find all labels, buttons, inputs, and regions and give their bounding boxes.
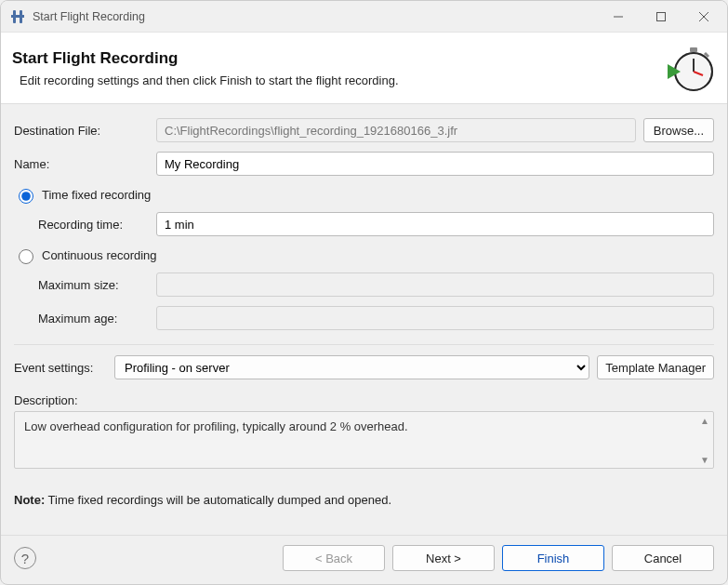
minimize-button[interactable] [597, 2, 640, 32]
svg-rect-4 [657, 12, 666, 20]
stopwatch-icon [664, 42, 716, 94]
max-age-label: Maximum age: [14, 312, 149, 326]
description-label: Description: [14, 393, 714, 407]
maximize-button[interactable] [640, 2, 682, 32]
cancel-button[interactable]: Cancel [612, 545, 714, 571]
name-label: Name: [14, 157, 149, 171]
time-fixed-radio[interactable] [19, 189, 33, 204]
scroll-down-icon[interactable]: ▼ [698, 453, 711, 466]
back-button[interactable]: < Back [283, 545, 385, 571]
continuous-radio[interactable] [19, 249, 33, 264]
recording-time-input[interactable] [156, 212, 714, 236]
continuous-label: Continuous recording [42, 248, 157, 262]
event-settings-select[interactable]: Profiling - on server [114, 355, 589, 379]
app-icon [10, 9, 25, 24]
description-area-wrap: ▲ ▼ [14, 411, 714, 469]
help-button[interactable]: ? [14, 547, 36, 569]
max-age-field [156, 306, 714, 330]
max-size-label: Maximum size: [14, 278, 149, 292]
event-settings-label: Event settings: [14, 361, 107, 375]
next-button[interactable]: Next > [392, 545, 495, 571]
recording-time-label: Recording time: [14, 218, 149, 232]
page-title: Start Flight Recording [12, 49, 655, 68]
destination-file-field[interactable]: C:\FlightRecordings\flight_recording_192… [156, 118, 636, 142]
browse-button[interactable]: Browse... [643, 118, 714, 142]
note-row: Note: Time fixed recordings will be auto… [14, 493, 714, 507]
note-prefix: Note: [14, 493, 45, 507]
close-button[interactable] [682, 2, 725, 32]
description-textarea[interactable] [15, 412, 696, 468]
titlebar: Start Flight Recording [1, 1, 727, 33]
scroll-up-icon[interactable]: ▲ [698, 414, 711, 427]
note-text: Time fixed recordings will be automatica… [45, 493, 391, 507]
form-area: Destination File: C:\FlightRecordings\fl… [1, 104, 727, 535]
svg-rect-11 [690, 47, 697, 52]
header-panel: Start Flight Recording Edit recording se… [1, 33, 727, 104]
footer: ? < Back Next > Finish Cancel [1, 535, 727, 584]
page-description: Edit recording settings and then click F… [12, 73, 655, 87]
destination-file-label: Destination File: [14, 124, 149, 138]
template-manager-button[interactable]: Template Manager [597, 355, 714, 379]
separator [14, 344, 714, 345]
name-input[interactable] [156, 152, 714, 176]
max-size-field [156, 273, 714, 297]
window-title: Start Flight Recording [33, 10, 597, 23]
time-fixed-label: Time fixed recording [42, 188, 151, 202]
svg-rect-2 [11, 15, 24, 18]
finish-button[interactable]: Finish [502, 545, 604, 571]
